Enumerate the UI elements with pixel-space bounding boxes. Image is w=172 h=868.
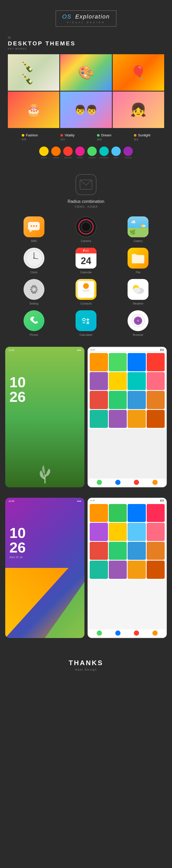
photo-cake (8, 92, 59, 128)
ui1-app-14 (109, 410, 127, 428)
logo-exploration: Exploration (75, 13, 110, 20)
photo-kids (60, 92, 112, 128)
ui2-app-14 (109, 561, 127, 579)
envelope-icon (79, 179, 93, 190)
file-label: File (136, 271, 140, 274)
gallery-label: Gallery (133, 239, 143, 243)
theme-fashion: Fashion 时尚 (22, 133, 38, 141)
setting-label: Setting (29, 302, 39, 305)
calendar-day-name: Fri (83, 249, 89, 253)
calendar-day-num: 24 (81, 255, 91, 267)
ui2-app-4 (147, 504, 165, 522)
sunlight-dot (134, 134, 137, 136)
ui1-app-12 (147, 391, 165, 409)
gallery-cloud-icon: ☁️ (131, 220, 136, 224)
contacts-line1 (82, 290, 90, 290)
plant-svg (34, 464, 55, 485)
icon-item-file: File (115, 248, 162, 274)
phone-mockup-purple: 14:30 ●●● 10 26 2014. 07. 26 (5, 498, 84, 638)
purple-shape-green (45, 582, 85, 638)
color-swatches: ynwear calliope amaranth mekenz spring+a… (8, 147, 164, 158)
ui1-app-6 (109, 372, 127, 390)
icon-item-calendar: Fri 24 Calendar (63, 248, 109, 274)
header: OS Exploration VISUAL DESIGN (0, 0, 172, 36)
ui1-signal: ▌▌▌ (160, 349, 164, 351)
swatch-label-green: spring+a (88, 157, 95, 158)
ui1-app-16 (147, 410, 165, 428)
plant-decoration (5, 431, 84, 487)
dream-sublabel: 梦想 (97, 138, 102, 141)
signal-purple: ●●● (77, 500, 81, 502)
swatch-circle-red (63, 147, 73, 156)
ui2-statusbar: 10:26 ▌▌▌ (89, 499, 166, 502)
icon-item-contacts: Contacts (63, 279, 109, 305)
vitality-dot (60, 134, 63, 136)
sunlight-label: Sunlight (138, 133, 150, 137)
desktop-themes-section: 01 DESKTOP THEMES KEY WORDS Fashion 时尚 V… (0, 36, 172, 158)
calculator-svg (79, 314, 93, 328)
camera-ring (78, 219, 94, 235)
vitality-label: Vitality (65, 133, 74, 137)
ui2-time: 10:26 (90, 500, 95, 501)
ui2-app-11 (127, 542, 146, 560)
swatch-pink: mekenz (75, 147, 85, 158)
svg-point-4 (35, 225, 37, 227)
folder-svg (131, 252, 145, 264)
swatch-circle-yellow (39, 147, 49, 156)
dream-label: Dream (101, 133, 112, 137)
ui1-time: 10:26 (90, 349, 95, 351)
calculator-label: Calculator (79, 333, 93, 336)
ui1-app-9 (90, 391, 108, 409)
clock-icon-shape (24, 248, 45, 269)
sunlight-sublabel: 晨光 (134, 138, 139, 141)
swatch-label-teal: eucalyptus (100, 157, 108, 158)
photo-grid (8, 54, 164, 128)
ui2-app-1 (90, 504, 108, 522)
swatch-teal: eucalyptus (99, 147, 109, 158)
photo-splash (60, 54, 112, 91)
signal-green: ●●● (77, 349, 81, 351)
swatch-purple: fandango (123, 147, 133, 158)
browser-svg (130, 313, 146, 328)
purple-date: 26 (9, 540, 26, 555)
logo-os: OS (62, 13, 72, 20)
theme-vitality: Vitality 活力 (60, 133, 74, 141)
svg-point-25 (137, 319, 139, 322)
swatch-label-orange: calliope (53, 157, 59, 158)
weather-svg (130, 283, 146, 296)
dock-cam (134, 480, 139, 485)
svg-point-16 (82, 318, 85, 321)
swatch-circle-teal (99, 147, 109, 156)
svg-point-2 (31, 225, 32, 227)
swatch-orange: calliope (51, 147, 60, 158)
fashion-sublabel: 时尚 (22, 138, 26, 141)
icon-item-browser: Browser (115, 310, 162, 336)
radius-title: Radius combination (68, 199, 104, 204)
contacts-label: Contacts (80, 302, 92, 305)
ui1-dock (89, 478, 166, 486)
ui2-dock (89, 629, 166, 637)
calendar-icon-shape: Fri 24 (76, 248, 96, 269)
ui1-content: 10:26 ▌▌▌ (88, 347, 167, 487)
ui1-app-7 (127, 372, 146, 390)
photo-girl (113, 92, 164, 128)
contacts-icon-shape (76, 279, 96, 300)
thanks-section: THANKS Haer Design (0, 648, 172, 684)
vitality-sublabel: 活力 (60, 138, 65, 141)
app-icons-grid: SMS Camera ☁️ 🌤️ 🌿 Gallery (0, 216, 172, 336)
swatch-label-pink: mekenz (77, 157, 83, 158)
time-display-green: 14:30 (8, 349, 15, 351)
svg-point-15 (133, 288, 140, 293)
phone-label: Phone (30, 333, 38, 336)
ui2-app-10 (109, 542, 127, 560)
ui1-app-grid (89, 352, 166, 429)
swatch-label-purple: fandango (124, 157, 132, 158)
gear-svg (26, 282, 42, 297)
phone-mockups-top: 14:30 ●●● 10 26 10:26 ▌▌▌ (0, 339, 172, 495)
thanks-subtitle: Haer Design (0, 668, 172, 671)
fashion-label: Fashion (26, 133, 38, 137)
weather-icon-shape (127, 279, 148, 300)
ui1-app-3 (127, 353, 146, 371)
swatch-green: spring+a (87, 147, 97, 158)
section-number: 01 (8, 36, 164, 39)
